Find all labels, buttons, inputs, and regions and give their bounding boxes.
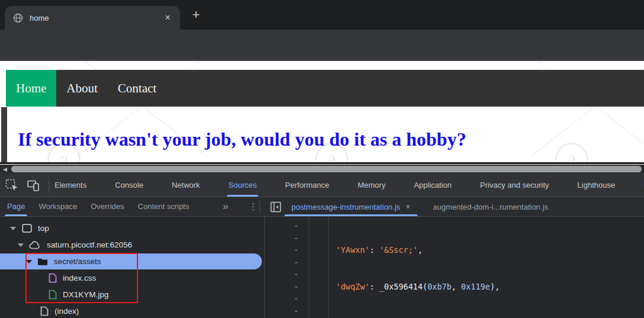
file-tree: top saturn.picoctf.net:62056 secret/asse…: [0, 217, 265, 318]
tab-title: home: [30, 14, 49, 23]
devtools-panel: Elements Console Network Sources Perform…: [0, 174, 644, 318]
fold-gutter[interactable]: [310, 217, 329, 318]
tab-lighthouse[interactable]: Lighthouse: [570, 174, 623, 197]
tree-item-saturn-host[interactable]: saturn.picoctf.net:62056: [0, 237, 262, 253]
tab-performance[interactable]: Performance: [277, 174, 337, 197]
watermark-a-badge: a: [555, 143, 588, 165]
code-editor[interactable]: -- -- -- -- - 'YAwxn': '&Sscr;', 'dwqZw'…: [265, 217, 644, 318]
frame-icon: [22, 224, 32, 233]
tab-recorder[interactable]: Recorder: [636, 174, 644, 197]
page-content: a a a Home About Contact If security was…: [0, 61, 644, 165]
horizontal-scrollbar[interactable]: ◀: [0, 165, 644, 174]
subbar-divider: [259, 200, 260, 214]
scrollbar-thumb[interactable]: [11, 166, 642, 172]
tab-workspace[interactable]: Workspace: [39, 197, 77, 216]
nav-link-about[interactable]: About: [56, 70, 108, 107]
globe-icon: [13, 13, 23, 23]
page-left-border: [1, 107, 7, 163]
pretty-print-markers: -- -- -- -- -: [265, 220, 299, 318]
open-file-tabs: postmessage-instrumentation.js × augment…: [283, 197, 556, 216]
tab-strip: home × +: [0, 0, 644, 30]
tab-elements[interactable]: Elements: [47, 174, 94, 197]
more-tabs-icon[interactable]: »: [223, 197, 228, 216]
browser-window: home × + ← → ↻ ⚠ Not secure saturn.picoc…: [0, 0, 644, 318]
tab-page[interactable]: Page: [7, 197, 25, 216]
annotation-highlight-box: [25, 253, 138, 303]
file-icon: [40, 306, 49, 316]
device-toolbar-icon[interactable]: [27, 179, 40, 192]
tab-content-scripts[interactable]: Content scripts: [138, 197, 190, 216]
dock-panel-icon[interactable]: [270, 201, 281, 213]
nav-link-contact[interactable]: Contact: [108, 70, 166, 107]
cloud-icon: [29, 241, 41, 249]
line-number-gutter[interactable]: -- -- -- -- -: [265, 217, 309, 318]
sources-body: top saturn.picoctf.net:62056 secret/asse…: [0, 217, 644, 318]
inspect-element-icon[interactable]: [5, 179, 18, 192]
page-viewport: a a a Home About Contact If security was…: [0, 59, 644, 165]
more-options-icon[interactable]: ⋮: [249, 197, 258, 216]
tree-item-label: (index): [55, 307, 79, 316]
tab-overrides[interactable]: Overrides: [91, 197, 124, 216]
tab-console[interactable]: Console: [107, 174, 151, 197]
chevron-down-icon[interactable]: [18, 243, 24, 247]
scroll-left-icon[interactable]: ◀: [0, 165, 10, 174]
close-file-icon[interactable]: ×: [406, 202, 411, 211]
devtools-tabs: Elements Console Network Sources Perform…: [47, 174, 644, 197]
tree-item-label: top: [38, 224, 49, 233]
tree-item-label: saturn.picoctf.net:62056: [47, 240, 132, 249]
tab-sources[interactable]: Sources: [221, 174, 265, 197]
page-heading: If security wasn't your job, would you d…: [18, 129, 466, 150]
code-line: 'YAwxn': '&Sscr;',: [336, 244, 505, 256]
site-navbar: Home About Contact: [6, 70, 644, 107]
code-lines: 'YAwxn': '&Sscr;', 'dwqZw': _0x596414(0x…: [336, 220, 505, 318]
sources-pane-tabs: Page Workspace Overrides Content scripts: [7, 197, 189, 216]
tab-application[interactable]: Application: [406, 174, 460, 197]
file-tab-augmented-dom-instrumentation[interactable]: augmented-dom-i...rumentation.js: [425, 197, 556, 216]
tab-network[interactable]: Network: [164, 174, 208, 197]
nav-link-home[interactable]: Home: [6, 70, 56, 107]
file-tab-label: augmented-dom-i...rumentation.js: [433, 203, 548, 211]
tab-memory[interactable]: Memory: [350, 174, 393, 197]
browser-toolbar: ← → ↻ ⚠ Not secure saturn.picoctf.net:62…: [0, 30, 644, 59]
devtools-main-toolbar: Elements Console Network Sources Perform…: [0, 174, 644, 197]
sources-sub-toolbar: Page Workspace Overrides Content scripts…: [0, 197, 644, 217]
page-bottom-rule: [0, 162, 644, 164]
tab-privacy-and-security[interactable]: Privacy and security: [472, 174, 556, 197]
new-tab-button[interactable]: +: [188, 7, 204, 23]
file-tab-label: postmessage-instrumentation.js: [291, 203, 401, 211]
browser-tab-home[interactable]: home ×: [5, 6, 180, 30]
tree-item-index-document[interactable]: (index): [0, 303, 262, 318]
tree-item-top[interactable]: top: [0, 220, 262, 236]
file-tab-postmessage-instrumentation[interactable]: postmessage-instrumentation.js ×: [283, 197, 419, 216]
tab-close-icon[interactable]: ×: [161, 11, 174, 24]
code-line: 'dwqZw': _0x596414(0xb7b, 0x119e),: [336, 281, 505, 293]
chevron-down-icon[interactable]: [10, 227, 16, 230]
